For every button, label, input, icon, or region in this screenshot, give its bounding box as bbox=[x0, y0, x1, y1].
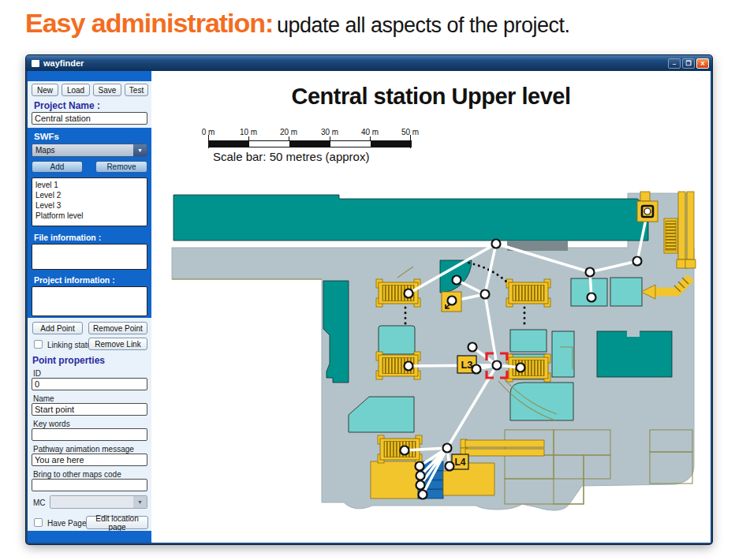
map-node[interactable] bbox=[586, 268, 595, 277]
swf-remove-button[interactable]: Remove bbox=[95, 161, 147, 173]
scale-label: 20 m bbox=[280, 128, 297, 136]
maximize-button[interactable]: ❐ bbox=[682, 58, 695, 69]
have-page-label: Have Page bbox=[47, 519, 86, 528]
close-button[interactable]: X bbox=[696, 58, 709, 69]
map-node[interactable] bbox=[419, 491, 427, 499]
sidebar-top-strip bbox=[28, 71, 151, 81]
list-item[interactable]: Level 2 bbox=[35, 190, 144, 200]
project-info-box bbox=[32, 286, 147, 316]
point-properties-header: Point properties bbox=[32, 355, 105, 366]
list-item[interactable]: Platform level bbox=[35, 211, 144, 221]
gate-bar bbox=[465, 449, 544, 456]
maps-dropdown[interactable]: Maps ▼ bbox=[32, 144, 147, 157]
have-page-checkbox[interactable] bbox=[34, 518, 43, 527]
minimize-button[interactable]: – bbox=[668, 58, 681, 69]
project-info-label: Project information : bbox=[34, 275, 115, 285]
pathway-input[interactable] bbox=[32, 454, 147, 466]
file-info-label: File information : bbox=[34, 233, 101, 242]
teal-building bbox=[597, 331, 672, 377]
map-node[interactable] bbox=[468, 343, 477, 352]
mc-dropdown-value bbox=[50, 496, 133, 508]
name-label: Name bbox=[33, 394, 54, 403]
load-button[interactable]: Load bbox=[62, 84, 90, 96]
map-node[interactable] bbox=[446, 462, 454, 471]
page: Easy administration: update all aspects … bbox=[0, 0, 735, 560]
file-info-box bbox=[32, 244, 147, 270]
map-node[interactable] bbox=[405, 362, 413, 371]
map-title: Central station Upper level bbox=[151, 84, 711, 110]
levels-list[interactable]: level 1 Level 2 Level 3 Platform level bbox=[32, 177, 147, 226]
map-node[interactable] bbox=[416, 462, 424, 471]
chevron-down-icon[interactable]: ▼ bbox=[133, 496, 147, 508]
map-node[interactable] bbox=[416, 472, 425, 480]
app-icon bbox=[32, 60, 39, 67]
scale-caption: Scale bar: 50 metres (approx) bbox=[213, 150, 369, 163]
map-node[interactable] bbox=[453, 276, 461, 285]
window-title: wayfinder bbox=[43, 58, 666, 68]
map-node[interactable] bbox=[405, 289, 413, 298]
wayfinder-window: wayfinder – ❐ X New Load Save Test Proje… bbox=[26, 55, 712, 544]
test-button[interactable]: Test bbox=[125, 84, 148, 96]
pathway-label: Pathway animation message bbox=[33, 445, 134, 454]
project-name-label: Project Name : bbox=[34, 100, 100, 111]
list-item[interactable]: level 1 bbox=[35, 180, 144, 190]
name-input[interactable] bbox=[32, 403, 147, 416]
lift-icon[interactable] bbox=[442, 292, 461, 312]
lift-icon[interactable] bbox=[637, 201, 658, 222]
svg-text:L4: L4 bbox=[454, 457, 465, 468]
map-node[interactable] bbox=[416, 481, 425, 490]
scale-bar: 0 m 10 m 20 m 30 m 40 m 50 m Scale bar: … bbox=[203, 128, 424, 178]
sidebar-footer bbox=[28, 531, 151, 543]
sidebar: New Load Save Test Project Name : SWFs M… bbox=[28, 71, 151, 543]
map-node[interactable] bbox=[517, 364, 525, 372]
keywords-input[interactable] bbox=[32, 428, 147, 441]
project-name-input[interactable] bbox=[32, 112, 147, 125]
map-node[interactable] bbox=[401, 446, 409, 455]
map-node[interactable] bbox=[633, 257, 642, 266]
remove-link-button[interactable]: Remove Link bbox=[88, 338, 147, 350]
title-bar[interactable]: wayfinder – ❐ X bbox=[26, 55, 712, 71]
scale-label: 10 m bbox=[240, 128, 257, 136]
map-node[interactable] bbox=[443, 444, 452, 453]
edit-location-page-button[interactable]: Edit location page bbox=[86, 516, 148, 529]
id-input[interactable] bbox=[32, 378, 147, 390]
add-point-button[interactable]: Add Point bbox=[32, 322, 83, 334]
gate-bar bbox=[465, 440, 544, 447]
save-button[interactable]: Save bbox=[93, 84, 121, 96]
map-node[interactable] bbox=[472, 365, 481, 374]
maps-dropdown-value: Maps bbox=[32, 144, 133, 156]
scale-label: 30 m bbox=[321, 128, 338, 136]
selected-map-node[interactable] bbox=[493, 361, 502, 370]
heading-highlight: Easy administration: bbox=[25, 8, 273, 38]
swf-add-button[interactable]: Add bbox=[32, 161, 83, 173]
floorplan-map[interactable]: L3 L4 bbox=[167, 185, 703, 521]
bring-input[interactable] bbox=[32, 479, 147, 491]
new-button[interactable]: New bbox=[32, 84, 58, 96]
svg-text:L3: L3 bbox=[461, 359, 472, 371]
chevron-down-icon[interactable]: ▼ bbox=[133, 144, 147, 156]
heading-rest: update all aspects of the project. bbox=[277, 13, 570, 37]
keywords-label: Key words bbox=[33, 420, 70, 428]
building-notch bbox=[627, 330, 640, 337]
map-node[interactable] bbox=[588, 293, 596, 302]
linking-status-checkbox[interactable] bbox=[34, 340, 43, 349]
swfs-header: SWFs bbox=[34, 132, 59, 141]
remove-point-button[interactable]: Remove Point bbox=[88, 322, 147, 334]
bring-label: Bring to other maps code bbox=[33, 470, 121, 479]
ticket-block bbox=[371, 461, 420, 498]
map-canvas-area: Central station Upper level 0 m 10 m 20 … bbox=[151, 71, 711, 543]
mc-label: MC bbox=[33, 498, 46, 507]
scale-label: 40 m bbox=[361, 128, 379, 136]
mc-dropdown[interactable]: ▼ bbox=[50, 495, 147, 509]
id-label: ID bbox=[33, 369, 41, 378]
page-heading: Easy administration: update all aspects … bbox=[25, 8, 570, 39]
map-node[interactable] bbox=[481, 290, 490, 299]
list-item[interactable]: Level 3 bbox=[35, 200, 144, 211]
map-node[interactable] bbox=[492, 240, 501, 248]
scale-bar-segments bbox=[208, 140, 412, 147]
